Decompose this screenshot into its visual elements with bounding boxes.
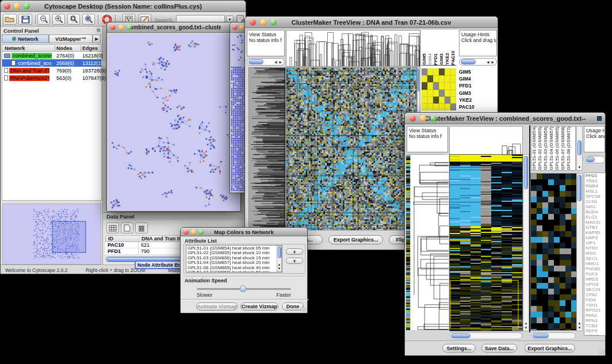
zoom-hscrollbar[interactable]	[531, 332, 576, 339]
minimize-button[interactable]	[191, 229, 196, 235]
list-item[interactable]: GPL51-03 (GSM856) heat shock 15 min	[188, 256, 282, 260]
list-item[interactable]: GIM4	[427, 53, 433, 65]
list-item[interactable]: MAK31	[586, 220, 605, 225]
zoom-row-labels[interactable]: GIM5GIM4PFD1GIM3YKE2PAC10	[459, 68, 475, 110]
matrix-cell[interactable]	[433, 104, 439, 110]
list-item[interactable]: GPL51-01 (GSM854)	[531, 127, 537, 170]
save-session-button[interactable]	[18, 14, 32, 25]
list-item[interactable]: HMG1	[586, 261, 605, 266]
background-window-title-bar[interactable]	[230, 22, 246, 33]
zoom-button[interactable]	[270, 19, 277, 25]
heatmap-hscrollbar[interactable]	[449, 332, 522, 339]
column-dendrogram[interactable]	[449, 126, 523, 154]
list-item[interactable]: YRA1	[586, 178, 605, 183]
scroll-up-arrow[interactable]: ▲	[277, 263, 281, 267]
list-item[interactable]: KAP95	[586, 230, 605, 235]
matrix-cell[interactable]	[439, 90, 445, 97]
matrix-cell[interactable]	[439, 82, 445, 89]
zoom-button[interactable]	[127, 25, 132, 30]
usage-hints-scrollbar[interactable]: ◀ ▶	[459, 58, 497, 66]
main-title-bar[interactable]: Cytoscape Desktop (Session Name: collins…	[1, 1, 246, 12]
list-item[interactable]: PAC10	[459, 104, 475, 110]
global-overview-strip[interactable]	[406, 155, 410, 330]
move-down-button[interactable]: ∨	[286, 258, 303, 264]
list-item[interactable]: MSL1	[586, 189, 605, 194]
list-item[interactable]: GIM3	[459, 90, 475, 97]
matrix-cell[interactable]	[433, 90, 439, 97]
list-item[interactable]: GPL51-03 (GSM856)	[543, 127, 549, 170]
create-vizmap-button[interactable]: Create Vizmap	[240, 302, 278, 311]
heatmap-zoom-view[interactable]	[530, 173, 577, 331]
list-item[interactable]: PFD1	[586, 173, 605, 178]
dialog-title-bar[interactable]: Map Colors to Network	[181, 228, 307, 236]
select-attributes-button[interactable]	[106, 223, 119, 233]
matrix-cell[interactable]	[450, 97, 456, 104]
matrix-cell[interactable]	[450, 90, 456, 97]
list-item[interactable]: GPL51-01 (GSM854) heat shock 05 min	[188, 246, 282, 251]
background-network-canvas[interactable]	[231, 33, 246, 192]
float-panel-icon[interactable]: ⧉	[97, 28, 100, 33]
list-item[interactable]: ELG1	[586, 214, 605, 220]
matrix-cell[interactable]	[439, 68, 445, 75]
heatmap-main-view[interactable]	[449, 154, 523, 331]
matrix-cell[interactable]	[439, 97, 445, 104]
list-item[interactable]: SEC1	[586, 256, 605, 261]
network-row[interactable]: RNAPuberNov2+563(0)107847(0)	[2, 74, 101, 82]
scroll-down-arrow[interactable]: ▼	[523, 326, 529, 330]
scroll-up-arrow[interactable]: ▲	[523, 321, 529, 325]
matrix-cell[interactable]	[422, 90, 427, 97]
matrix-cell[interactable]	[422, 68, 427, 75]
column-labels-vscrollbar[interactable]: ▼	[576, 126, 583, 171]
zoom-column-labels[interactable]: GIM5GIM4PFD1GIM3YKE2PAC10	[422, 31, 456, 66]
list-item[interactable]: FIG4	[586, 297, 605, 302]
minimize-button[interactable]	[239, 25, 244, 30]
list-item[interactable]: NIS1	[586, 204, 605, 209]
create-attribute-button[interactable]	[121, 223, 133, 233]
zoom-heatmap-matrix[interactable]	[422, 68, 456, 110]
zoom-out-icon[interactable]	[37, 14, 50, 25]
list-item[interactable]: GPI16	[586, 282, 605, 287]
list-item[interactable]: GTB1	[586, 225, 605, 230]
matrix-cell[interactable]	[450, 68, 456, 75]
close-button[interactable]	[110, 25, 116, 30]
list-item[interactable]: GPL51-02 (GSM855) heat shock 10 min	[188, 251, 282, 255]
scroll-up-arrow[interactable]: ▲	[577, 321, 582, 325]
scroll-down-arrow[interactable]: ▼	[277, 267, 281, 271]
zoom-button[interactable]	[24, 3, 30, 9]
heatmap-global-view[interactable]	[286, 67, 417, 236]
network-row[interactable]: combined_scores2764(0)16218(0)	[2, 52, 101, 59]
resize-grip[interactable]	[300, 306, 307, 312]
list-item[interactable]: MSI1	[586, 251, 605, 256]
scroll-down-arrow[interactable]: ▼	[577, 166, 582, 170]
matrix-cell[interactable]	[427, 97, 433, 104]
gene-list-vscrollbar[interactable]: ▲ ▼	[576, 173, 583, 331]
list-item[interactable]: RNR4	[586, 183, 605, 189]
zoom-labels-scroll-arrows[interactable]: ▴▾	[453, 55, 455, 62]
matrix-cell[interactable]	[427, 104, 433, 110]
list-item[interactable]: GPL51-08 (GSM872)	[566, 127, 572, 170]
resize-grip[interactable]	[598, 348, 605, 355]
close-button[interactable]	[250, 19, 256, 25]
zoom-fit-icon[interactable]	[82, 14, 95, 25]
zoom-button[interactable]	[198, 229, 204, 235]
delete-attribute-button[interactable]	[135, 223, 148, 233]
minimize-button[interactable]	[118, 25, 124, 30]
close-button[interactable]	[183, 229, 189, 235]
matrix-cell[interactable]	[445, 97, 450, 104]
network-canvas[interactable]	[108, 34, 239, 210]
list-item[interactable]: BUD4	[586, 209, 605, 214]
list-item[interactable]: GPL51-04 (GSM857) heat shock 20 min	[188, 260, 282, 265]
settings-button[interactable]: Settings...	[442, 344, 476, 352]
matrix-cell[interactable]	[422, 104, 427, 110]
matrix-cell[interactable]	[450, 104, 456, 110]
minimize-button[interactable]	[260, 19, 266, 25]
list-item[interactable]: SPC98	[586, 194, 605, 199]
matrix-cell[interactable]	[433, 75, 439, 82]
matrix-cell[interactable]	[445, 90, 450, 97]
list-item[interactable]: VIP1	[586, 240, 605, 246]
matrix-cell[interactable]	[427, 82, 433, 89]
list-item[interactable]: PHO81	[586, 266, 605, 271]
speed-slider-thumb[interactable]	[240, 285, 246, 292]
column-dendrogram[interactable]	[286, 30, 420, 67]
matrix-cell[interactable]	[445, 75, 450, 82]
